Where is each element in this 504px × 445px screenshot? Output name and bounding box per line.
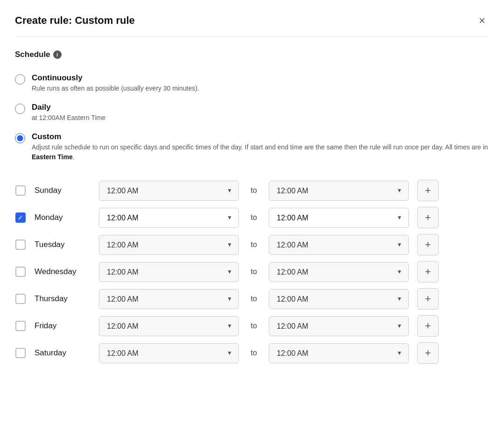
day-row-thursday: Thursday 12:00 AM ▼ to 12:00 AM ▼ + bbox=[15, 288, 489, 310]
day-name-wednesday: Wednesday bbox=[35, 267, 91, 276]
schedule-option-continuously: Continuously Rule runs as often as possi… bbox=[15, 69, 489, 98]
to-label-wednesday: to bbox=[247, 268, 260, 276]
checkbox-tuesday[interactable] bbox=[15, 239, 26, 250]
add-time-tuesday[interactable]: + bbox=[417, 234, 439, 255]
info-icon[interactable]: i bbox=[53, 50, 62, 59]
daily-title: Daily bbox=[32, 103, 105, 112]
add-time-friday[interactable]: + bbox=[417, 315, 439, 337]
checkbox-wednesday[interactable] bbox=[15, 266, 26, 277]
add-time-thursday[interactable]: + bbox=[417, 288, 439, 310]
start-time-thursday[interactable]: 12:00 AM ▼ bbox=[99, 289, 239, 309]
checkbox-friday[interactable] bbox=[15, 320, 26, 332]
custom-title: Custom bbox=[32, 132, 489, 141]
daily-desc: at 12:00AM Eastern Time bbox=[32, 113, 105, 123]
radio-continuously[interactable] bbox=[15, 74, 25, 85]
day-row-monday: ✓ Monday 12:00 AM ▼ to 12:00 AM ▼ + bbox=[15, 207, 489, 228]
add-time-sunday[interactable]: + bbox=[417, 180, 439, 201]
dialog-container: Create rule: Custom rule × Schedule i Co… bbox=[0, 0, 504, 445]
day-row-sunday: Sunday 12:00 AM ▼ to 12:00 AM ▼ + bbox=[15, 180, 489, 201]
close-button[interactable]: × bbox=[475, 13, 489, 28]
checkbox-saturday[interactable] bbox=[15, 347, 26, 359]
checkbox-monday[interactable]: ✓ bbox=[15, 212, 26, 223]
to-label-friday: to bbox=[247, 322, 260, 330]
schedule-section-label: Schedule i bbox=[15, 50, 489, 59]
add-time-wednesday[interactable]: + bbox=[417, 261, 439, 283]
checkbox-sunday[interactable] bbox=[15, 185, 26, 196]
start-time-friday[interactable]: 12:00 AM ▼ bbox=[99, 316, 239, 336]
dialog-header: Create rule: Custom rule × bbox=[15, 13, 489, 37]
continuously-title: Continuously bbox=[32, 73, 199, 83]
add-time-monday[interactable]: + bbox=[417, 207, 439, 228]
end-time-thursday[interactable]: 12:00 AM ▼ bbox=[269, 289, 409, 309]
to-label-sunday: to bbox=[247, 186, 260, 195]
schedule-radio-group: Continuously Rule runs as often as possi… bbox=[15, 69, 489, 167]
day-name-tuesday: Tuesday bbox=[35, 240, 91, 249]
schedule-label-text: Schedule bbox=[15, 50, 50, 59]
to-label-monday: to bbox=[247, 213, 260, 222]
day-row-friday: Friday 12:00 AM ▼ to 12:00 AM ▼ + bbox=[15, 315, 489, 337]
schedule-option-custom: Custom Adjust rule schedule to run on sp… bbox=[15, 127, 489, 167]
checkbox-thursday[interactable] bbox=[15, 293, 26, 304]
radio-daily[interactable] bbox=[15, 104, 25, 114]
end-time-wednesday[interactable]: 12:00 AM ▼ bbox=[269, 262, 409, 282]
custom-desc: Adjust rule schedule to run on specific … bbox=[32, 142, 489, 162]
end-time-friday[interactable]: 12:00 AM ▼ bbox=[269, 316, 409, 336]
schedule-option-daily: Daily at 12:00AM Eastern Time bbox=[15, 98, 489, 127]
add-time-saturday[interactable]: + bbox=[417, 342, 439, 364]
to-label-thursday: to bbox=[247, 295, 260, 303]
continuously-desc: Rule runs as often as possible (usually … bbox=[32, 84, 199, 93]
day-name-friday: Friday bbox=[35, 321, 91, 331]
dialog-title: Create rule: Custom rule bbox=[15, 14, 135, 27]
end-time-monday[interactable]: 12:00 AM ▼ bbox=[269, 208, 409, 228]
to-label-saturday: to bbox=[247, 349, 260, 357]
radio-custom[interactable] bbox=[15, 133, 25, 143]
to-label-tuesday: to bbox=[247, 240, 260, 249]
start-time-monday[interactable]: 12:00 AM ▼ bbox=[99, 208, 239, 228]
day-name-saturday: Saturday bbox=[35, 348, 91, 358]
end-time-tuesday[interactable]: 12:00 AM ▼ bbox=[269, 235, 409, 255]
start-time-tuesday[interactable]: 12:00 AM ▼ bbox=[99, 235, 239, 255]
day-name-thursday: Thursday bbox=[35, 294, 91, 304]
day-name-monday: Monday bbox=[35, 213, 91, 222]
days-grid: Sunday 12:00 AM ▼ to 12:00 AM ▼ + ✓ bbox=[15, 180, 489, 364]
day-name-sunday: Sunday bbox=[35, 186, 91, 195]
start-time-wednesday[interactable]: 12:00 AM ▼ bbox=[99, 262, 239, 282]
day-row-tuesday: Tuesday 12:00 AM ▼ to 12:00 AM ▼ + bbox=[15, 234, 489, 255]
day-row-saturday: Saturday 12:00 AM ▼ to 12:00 AM ▼ + bbox=[15, 342, 489, 364]
day-row-wednesday: Wednesday 12:00 AM ▼ to 12:00 AM ▼ + bbox=[15, 261, 489, 283]
end-time-saturday[interactable]: 12:00 AM ▼ bbox=[269, 343, 409, 363]
start-time-saturday[interactable]: 12:00 AM ▼ bbox=[99, 343, 239, 363]
start-time-sunday[interactable]: 12:00 AM ▼ bbox=[99, 181, 239, 201]
end-time-sunday[interactable]: 12:00 AM ▼ bbox=[269, 181, 409, 201]
